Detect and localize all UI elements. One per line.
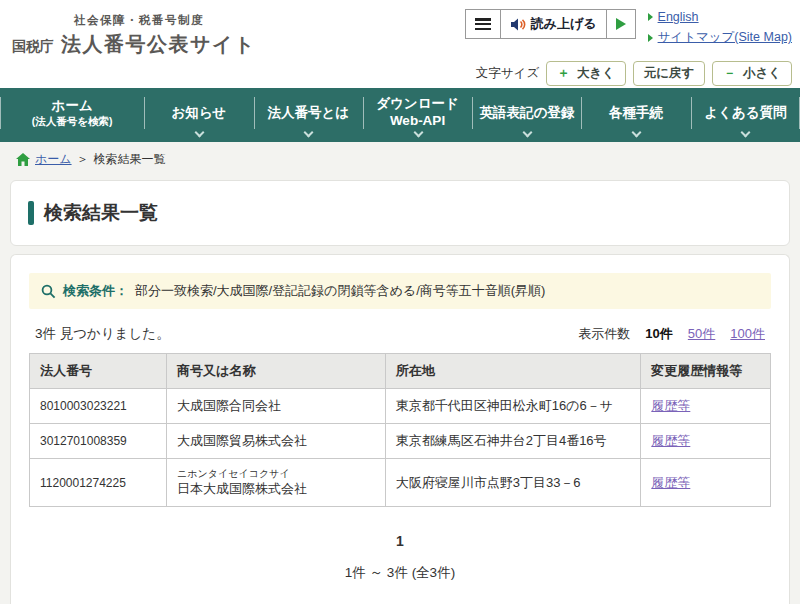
chevron-down-icon xyxy=(195,129,203,136)
company-name-cell: ニホンタイセイコクサイ 日本大成国際株式会社 xyxy=(167,459,386,507)
corporate-number-cell: 3012701008359 xyxy=(30,424,167,459)
font-size-increase-button[interactable]: ＋ 大きく xyxy=(546,61,626,86)
nav-item-faq[interactable]: よくある質問 xyxy=(691,88,800,142)
hamburger-icon xyxy=(475,18,491,30)
minus-icon: － xyxy=(723,65,736,82)
column-header-corporate-number: 法人番号 xyxy=(30,354,167,389)
chevron-down-icon xyxy=(414,129,422,136)
nav-item-news[interactable]: お知らせ xyxy=(144,88,253,142)
speaker-icon xyxy=(510,17,526,32)
chevron-down-icon xyxy=(523,129,531,136)
sitemap-link[interactable]: サイトマップ(Site Map) xyxy=(658,29,792,46)
breadcrumb-current: 検索結果一覧 xyxy=(94,151,166,168)
history-link[interactable]: 履歴等 xyxy=(651,475,690,490)
address-cell: 東京都千代田区神田松永町16の6－サ xyxy=(385,389,641,424)
results-card: 検索条件： 部分一致検索/大成国際/登記記録の閉鎖等含める/商号等五十音順(昇順… xyxy=(10,254,790,604)
company-name-cell: 大成国際合同会社 xyxy=(167,389,386,424)
breadcrumb-separator: ＞ xyxy=(77,151,89,168)
display-option-50[interactable]: 50件 xyxy=(688,325,715,343)
pagination-range-text: 1件 ～ 3件 (全3件) xyxy=(29,564,771,582)
history-link[interactable]: 履歴等 xyxy=(651,433,690,448)
nav-item-home[interactable]: ホーム (法人番号を検索) xyxy=(0,88,144,142)
display-option-100[interactable]: 100件 xyxy=(730,325,765,343)
breadcrumb: ホーム ＞ 検索結果一覧 xyxy=(0,142,800,176)
header-links: English サイトマップ(Site Map) xyxy=(648,9,792,51)
results-count: 3件 見つかりました。 xyxy=(35,325,170,343)
page-title-card: 検索結果一覧 xyxy=(10,180,790,246)
english-link[interactable]: English xyxy=(658,10,699,24)
agency-name: 国税庁 xyxy=(12,38,54,56)
site-title: 法人番号公表サイト xyxy=(61,31,256,58)
chevron-down-icon xyxy=(304,129,312,136)
current-page-number: 1 xyxy=(29,533,771,549)
site-logo: 社会保障・税番号制度 国税庁 法人番号公表サイト xyxy=(12,13,256,58)
results-table: 法人番号 商号又は名称 所在地 変更履歴情報等 8010003023221 大成… xyxy=(29,353,771,507)
display-count-label: 表示件数 xyxy=(578,325,630,343)
nav-item-english-registration[interactable]: 英語表記の登録 xyxy=(472,88,581,142)
play-button[interactable] xyxy=(606,10,635,38)
search-icon xyxy=(41,284,56,299)
table-row: 3012701008359 大成国際貿易株式会社 東京都練馬区石神井台2丁目4番… xyxy=(30,424,771,459)
read-aloud-label: 読み上げる xyxy=(531,15,597,33)
address-cell: 大阪府寝屋川市点野3丁目33－6 xyxy=(385,459,641,507)
history-link[interactable]: 履歴等 xyxy=(651,398,690,413)
search-conditions-label: 検索条件： xyxy=(63,282,128,300)
arrow-right-icon xyxy=(648,13,653,21)
nav-item-about[interactable]: 法人番号とは xyxy=(254,88,363,142)
column-header-history: 変更履歴情報等 xyxy=(641,354,771,389)
company-name-cell: 大成国際貿易株式会社 xyxy=(167,424,386,459)
font-size-reset-button[interactable]: 元に戻す xyxy=(633,61,706,86)
chevron-down-icon xyxy=(632,129,640,136)
font-size-decrease-button[interactable]: － 小さく xyxy=(712,61,792,86)
nav-item-procedures[interactable]: 各種手続 xyxy=(581,88,690,142)
corporate-number-cell: 1120001274225 xyxy=(30,459,167,507)
play-icon xyxy=(616,18,626,30)
table-row: 1120001274225 ニホンタイセイコクサイ 日本大成国際株式会社 大阪府… xyxy=(30,459,771,507)
chevron-down-icon xyxy=(741,129,749,136)
read-aloud-toolbar: 読み上げる xyxy=(465,9,636,39)
menu-button[interactable] xyxy=(466,10,500,38)
column-header-address: 所在地 xyxy=(385,354,641,389)
arrow-right-icon xyxy=(648,34,653,42)
table-header-row: 法人番号 商号又は名称 所在地 変更履歴情報等 xyxy=(30,354,771,389)
plus-icon: ＋ xyxy=(557,65,570,82)
site-subtitle: 社会保障・税番号制度 xyxy=(74,13,256,28)
company-furigana: ニホンタイセイコクサイ xyxy=(177,467,375,480)
main-nav: ホーム (法人番号を検索) お知らせ 法人番号とは ダウンロード Web-API… xyxy=(0,88,800,142)
read-aloud-button[interactable]: 読み上げる xyxy=(500,10,606,38)
column-header-name: 商号又は名称 xyxy=(167,354,386,389)
breadcrumb-home-link[interactable]: ホーム xyxy=(35,151,72,168)
address-cell: 東京都練馬区石神井台2丁目4番16号 xyxy=(385,424,641,459)
table-row: 8010003023221 大成国際合同会社 東京都千代田区神田松永町16の6－… xyxy=(30,389,771,424)
home-icon xyxy=(16,153,30,166)
title-accent-bar xyxy=(28,201,34,225)
display-option-10: 10件 xyxy=(645,325,672,343)
pagination: 1 1件 ～ 3件 (全3件) xyxy=(29,533,771,582)
nav-item-download[interactable]: ダウンロード Web-API xyxy=(363,88,472,142)
corporate-number-cell: 8010003023221 xyxy=(30,389,167,424)
search-conditions-text: 部分一致検索/大成国際/登記記録の閉鎖等含める/商号等五十音順(昇順) xyxy=(135,282,545,300)
search-conditions-box: 検索条件： 部分一致検索/大成国際/登記記録の閉鎖等含める/商号等五十音順(昇順… xyxy=(29,273,771,309)
results-bar: 3件 見つかりました。 表示件数 10件 50件 100件 xyxy=(35,325,765,343)
page-title: 検索結果一覧 xyxy=(28,200,772,226)
site-header: 社会保障・税番号制度 国税庁 法人番号公表サイト 読み上げる xyxy=(0,0,800,88)
font-size-label: 文字サイズ xyxy=(476,65,539,82)
